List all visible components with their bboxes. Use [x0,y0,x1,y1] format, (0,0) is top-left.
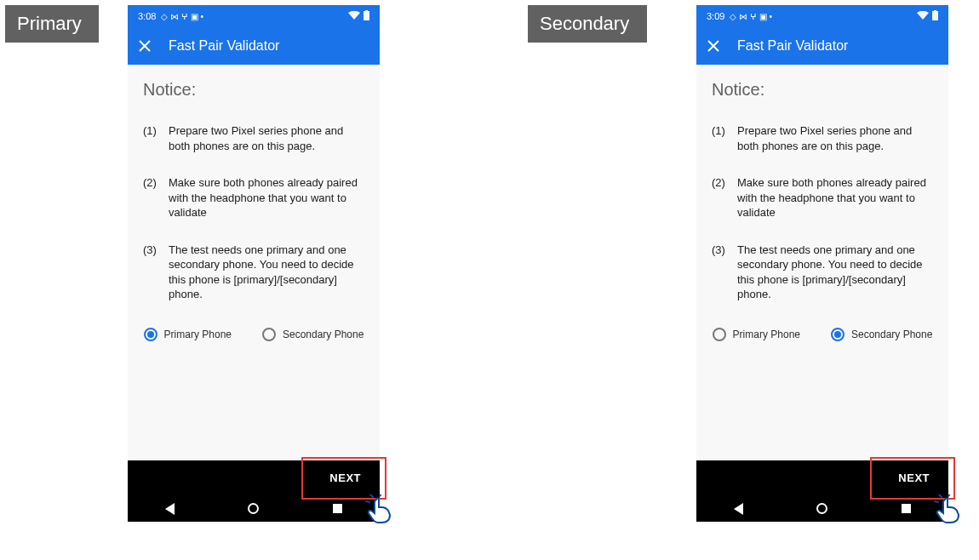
nav-bar [128,496,380,522]
radio-label: Primary Phone [164,329,232,340]
content-area: Notice: (1) Prepare two Pixel series pho… [128,65,380,460]
battery-icon [932,10,938,22]
status-time: 3:09 [707,11,724,21]
step-1: (1) Prepare two Pixel series phone and b… [143,123,364,153]
step-number: (2) [143,175,160,220]
step-number: (1) [143,123,160,153]
radio-icon-selected [831,328,844,341]
radio-label: Primary Phone [733,329,800,340]
nav-back-icon[interactable] [732,503,744,515]
step-number: (3) [143,243,160,302]
next-button[interactable]: NEXT [898,471,930,484]
step-text: Prepare two Pixel series phone and both … [169,123,364,153]
radio-label: Secondary Phone [851,329,932,340]
nav-back-icon[interactable] [163,503,175,515]
step-text: The test needs one primary and one secon… [169,243,364,302]
close-icon[interactable] [705,37,722,54]
status-bar: 3:08 ◇ ⋈ ⵖ ▣ • [128,5,380,27]
notice-heading: Notice: [712,80,933,100]
step-number: (2) [712,175,729,220]
nav-recent-icon[interactable] [901,503,913,515]
radio-secondary[interactable]: Secondary Phone [831,328,932,341]
radio-label: Secondary Phone [283,329,364,340]
step-3: (3) The test needs one primary and one s… [143,243,364,302]
step-text: Make sure both phones already paired wit… [169,175,364,220]
radio-primary[interactable]: Primary Phone [144,328,232,341]
tag-primary: Primary [5,5,99,43]
svg-rect-2 [932,11,938,20]
step-2: (2) Make sure both phones already paired… [712,175,933,220]
radio-icon-selected [144,328,157,341]
app-title: Fast Pair Validator [169,38,279,54]
bottom-bar: NEXT [128,460,380,496]
phone-primary: 3:08 ◇ ⋈ ⵖ ▣ • Fast Pair Validator Notic… [128,5,380,522]
status-time: 3:08 [138,11,156,21]
status-icons-cluster: ◇ ⋈ ⵖ ▣ • [161,12,203,21]
title-bar: Fast Pair Validator [696,27,948,65]
nav-recent-icon[interactable] [332,503,344,515]
radio-primary[interactable]: Primary Phone [713,328,800,341]
radio-group: Primary Phone Secondary Phone [712,328,933,341]
svg-rect-1 [365,10,368,12]
next-button[interactable]: NEXT [329,471,361,484]
step-list: (1) Prepare two Pixel series phone and b… [143,123,364,302]
title-bar: Fast Pair Validator [128,27,380,65]
phone-secondary: 3:09 ◇ ⋈ ⵖ ▣ • Fast Pair Validator Notic… [696,5,948,522]
content-area: Notice: (1) Prepare two Pixel series pho… [696,65,948,460]
close-icon[interactable] [136,37,153,54]
app-title: Fast Pair Validator [737,38,848,54]
nav-home-icon[interactable] [816,503,828,515]
step-text: Make sure both phones already paired wit… [737,175,933,220]
nav-home-icon[interactable] [248,503,260,515]
radio-icon-unselected [262,328,276,341]
battery-icon [364,10,369,22]
bottom-bar: NEXT [696,460,948,496]
svg-rect-3 [934,10,936,12]
step-1: (1) Prepare two Pixel series phone and b… [712,123,933,153]
step-text: Prepare two Pixel series phone and both … [737,123,933,153]
svg-rect-0 [364,11,369,20]
status-bar: 3:09 ◇ ⋈ ⵖ ▣ • [696,5,948,27]
tag-secondary: Secondary [528,5,647,43]
step-2: (2) Make sure both phones already paired… [143,175,364,220]
radio-icon-unselected [713,328,726,341]
step-3: (3) The test needs one primary and one s… [712,243,933,302]
radio-group: Primary Phone Secondary Phone [143,328,364,341]
step-list: (1) Prepare two Pixel series phone and b… [712,123,933,302]
nav-bar [696,496,948,522]
step-text: The test needs one primary and one secon… [737,243,933,302]
radio-secondary[interactable]: Secondary Phone [262,328,364,341]
notice-heading: Notice: [143,80,364,100]
status-icons-cluster: ◇ ⋈ ⵖ ▣ • [730,12,772,21]
wifi-icon [348,11,360,21]
step-number: (3) [712,243,729,302]
step-number: (1) [712,123,729,153]
wifi-icon [917,11,929,21]
